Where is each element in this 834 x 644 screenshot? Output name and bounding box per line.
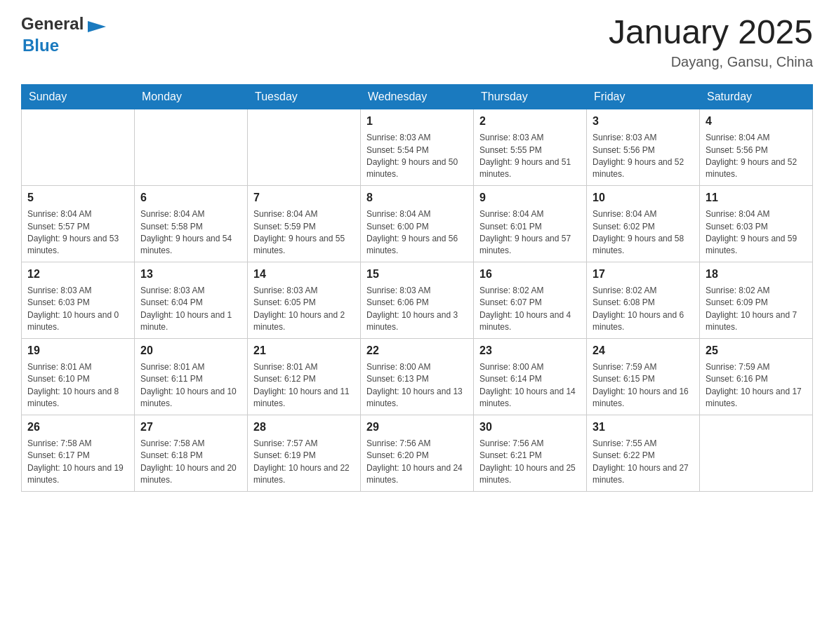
day-info: Sunrise: 8:03 AM Sunset: 6:06 PM Dayligh… bbox=[366, 285, 468, 334]
day-number: 22 bbox=[366, 343, 468, 358]
day-number: 2 bbox=[479, 114, 581, 129]
calendar-cell: 23Sunrise: 8:00 AM Sunset: 6:14 PM Dayli… bbox=[474, 338, 587, 415]
day-info: Sunrise: 8:02 AM Sunset: 6:08 PM Dayligh… bbox=[593, 285, 694, 334]
day-info: Sunrise: 7:56 AM Sunset: 6:20 PM Dayligh… bbox=[366, 438, 468, 487]
calendar-day-header: Friday bbox=[587, 84, 700, 109]
day-info: Sunrise: 8:04 AM Sunset: 6:00 PM Dayligh… bbox=[366, 208, 468, 257]
day-number: 3 bbox=[593, 114, 694, 129]
calendar-cell: 25Sunrise: 7:59 AM Sunset: 6:16 PM Dayli… bbox=[700, 338, 813, 415]
day-number: 4 bbox=[706, 114, 807, 129]
day-number: 1 bbox=[366, 114, 468, 129]
day-info: Sunrise: 7:58 AM Sunset: 6:17 PM Dayligh… bbox=[27, 438, 128, 487]
day-info: Sunrise: 8:04 AM Sunset: 5:58 PM Dayligh… bbox=[140, 208, 241, 257]
calendar-week-row: 5Sunrise: 8:04 AM Sunset: 5:57 PM Daylig… bbox=[22, 185, 813, 262]
day-number: 20 bbox=[140, 343, 241, 358]
day-info: Sunrise: 8:01 AM Sunset: 6:12 PM Dayligh… bbox=[253, 361, 355, 410]
day-info: Sunrise: 7:59 AM Sunset: 6:15 PM Dayligh… bbox=[593, 361, 694, 410]
day-info: Sunrise: 8:04 AM Sunset: 5:59 PM Dayligh… bbox=[253, 208, 355, 257]
calendar-cell: 14Sunrise: 8:03 AM Sunset: 6:05 PM Dayli… bbox=[248, 262, 361, 338]
day-number: 5 bbox=[27, 190, 128, 206]
calendar-cell bbox=[135, 109, 248, 185]
day-info: Sunrise: 8:03 AM Sunset: 6:04 PM Dayligh… bbox=[140, 285, 241, 334]
calendar-cell: 18Sunrise: 8:02 AM Sunset: 6:09 PM Dayli… bbox=[700, 262, 813, 338]
day-info: Sunrise: 8:03 AM Sunset: 5:55 PM Dayligh… bbox=[479, 132, 581, 181]
calendar-cell: 15Sunrise: 8:03 AM Sunset: 6:06 PM Dayli… bbox=[361, 262, 474, 338]
calendar-cell: 7Sunrise: 8:04 AM Sunset: 5:59 PM Daylig… bbox=[248, 185, 361, 262]
logo-icon bbox=[88, 18, 106, 36]
calendar-cell: 3Sunrise: 8:03 AM Sunset: 5:56 PM Daylig… bbox=[587, 109, 700, 185]
day-number: 18 bbox=[706, 267, 807, 282]
day-info: Sunrise: 8:00 AM Sunset: 6:13 PM Dayligh… bbox=[366, 361, 468, 410]
page-header: General Blue January 2025 Dayang, Gansu,… bbox=[21, 14, 813, 70]
day-info: Sunrise: 7:58 AM Sunset: 6:18 PM Dayligh… bbox=[140, 438, 241, 487]
calendar-week-row: 12Sunrise: 8:03 AM Sunset: 6:03 PM Dayli… bbox=[22, 262, 813, 338]
day-number: 23 bbox=[479, 343, 581, 358]
calendar-header-row: SundayMondayTuesdayWednesdayThursdayFrid… bbox=[22, 84, 813, 109]
day-number: 6 bbox=[140, 190, 241, 206]
calendar-cell: 16Sunrise: 8:02 AM Sunset: 6:07 PM Dayli… bbox=[474, 262, 587, 338]
calendar-day-header: Monday bbox=[135, 84, 248, 109]
day-number: 15 bbox=[366, 267, 468, 282]
calendar-cell: 8Sunrise: 8:04 AM Sunset: 6:00 PM Daylig… bbox=[361, 185, 474, 262]
day-number: 24 bbox=[593, 343, 694, 358]
calendar-cell: 31Sunrise: 7:55 AM Sunset: 6:22 PM Dayli… bbox=[587, 415, 700, 491]
day-number: 16 bbox=[479, 267, 581, 282]
day-info: Sunrise: 8:00 AM Sunset: 6:14 PM Dayligh… bbox=[479, 361, 581, 410]
calendar-cell: 19Sunrise: 8:01 AM Sunset: 6:10 PM Dayli… bbox=[22, 338, 135, 415]
calendar-cell: 21Sunrise: 8:01 AM Sunset: 6:12 PM Dayli… bbox=[248, 338, 361, 415]
calendar-cell: 20Sunrise: 8:01 AM Sunset: 6:11 PM Dayli… bbox=[135, 338, 248, 415]
calendar-day-header: Wednesday bbox=[361, 84, 474, 109]
calendar-cell: 28Sunrise: 7:57 AM Sunset: 6:19 PM Dayli… bbox=[248, 415, 361, 491]
calendar-cell bbox=[248, 109, 361, 185]
day-number: 13 bbox=[140, 267, 241, 282]
day-info: Sunrise: 8:01 AM Sunset: 6:10 PM Dayligh… bbox=[27, 361, 128, 410]
calendar-day-header: Tuesday bbox=[248, 84, 361, 109]
title-section: January 2025 Dayang, Gansu, China bbox=[609, 14, 813, 70]
day-info: Sunrise: 8:04 AM Sunset: 6:01 PM Dayligh… bbox=[479, 208, 581, 257]
calendar-cell: 24Sunrise: 7:59 AM Sunset: 6:15 PM Dayli… bbox=[587, 338, 700, 415]
calendar-cell: 26Sunrise: 7:58 AM Sunset: 6:17 PM Dayli… bbox=[22, 415, 135, 491]
calendar-cell: 12Sunrise: 8:03 AM Sunset: 6:03 PM Dayli… bbox=[22, 262, 135, 338]
day-number: 26 bbox=[27, 420, 128, 435]
calendar-week-row: 26Sunrise: 7:58 AM Sunset: 6:17 PM Dayli… bbox=[22, 415, 813, 491]
day-number: 30 bbox=[479, 420, 581, 435]
calendar-cell: 6Sunrise: 8:04 AM Sunset: 5:58 PM Daylig… bbox=[135, 185, 248, 262]
calendar-cell: 5Sunrise: 8:04 AM Sunset: 5:57 PM Daylig… bbox=[22, 185, 135, 262]
calendar-cell: 17Sunrise: 8:02 AM Sunset: 6:08 PM Dayli… bbox=[587, 262, 700, 338]
day-number: 31 bbox=[593, 420, 694, 435]
day-info: Sunrise: 8:02 AM Sunset: 6:07 PM Dayligh… bbox=[479, 285, 581, 334]
day-number: 11 bbox=[706, 190, 807, 206]
day-info: Sunrise: 8:03 AM Sunset: 5:54 PM Dayligh… bbox=[366, 132, 468, 181]
calendar-cell bbox=[700, 415, 813, 491]
day-number: 10 bbox=[593, 190, 694, 206]
logo-text: General Blue bbox=[21, 14, 107, 55]
day-info: Sunrise: 8:04 AM Sunset: 6:02 PM Dayligh… bbox=[593, 208, 694, 257]
day-number: 17 bbox=[593, 267, 694, 282]
day-info: Sunrise: 8:03 AM Sunset: 6:03 PM Dayligh… bbox=[27, 285, 128, 334]
location-title: Dayang, Gansu, China bbox=[609, 54, 813, 70]
calendar-cell: 10Sunrise: 8:04 AM Sunset: 6:02 PM Dayli… bbox=[587, 185, 700, 262]
calendar-cell: 11Sunrise: 8:04 AM Sunset: 6:03 PM Dayli… bbox=[700, 185, 813, 262]
day-info: Sunrise: 8:04 AM Sunset: 5:56 PM Dayligh… bbox=[706, 132, 807, 181]
day-info: Sunrise: 8:03 AM Sunset: 5:56 PM Dayligh… bbox=[593, 132, 694, 181]
calendar-day-header: Sunday bbox=[22, 84, 135, 109]
day-info: Sunrise: 7:57 AM Sunset: 6:19 PM Dayligh… bbox=[253, 438, 355, 487]
calendar-cell: 1Sunrise: 8:03 AM Sunset: 5:54 PM Daylig… bbox=[361, 109, 474, 185]
logo: General Blue bbox=[21, 14, 107, 55]
calendar-table: SundayMondayTuesdayWednesdayThursdayFrid… bbox=[21, 84, 813, 492]
day-info: Sunrise: 8:04 AM Sunset: 5:57 PM Dayligh… bbox=[27, 208, 128, 257]
calendar-cell: 4Sunrise: 8:04 AM Sunset: 5:56 PM Daylig… bbox=[700, 109, 813, 185]
logo-general: General bbox=[21, 14, 84, 33]
day-info: Sunrise: 7:56 AM Sunset: 6:21 PM Dayligh… bbox=[479, 438, 581, 487]
day-number: 8 bbox=[366, 190, 468, 206]
calendar-day-header: Thursday bbox=[474, 84, 587, 109]
day-number: 12 bbox=[27, 267, 128, 282]
day-info: Sunrise: 8:01 AM Sunset: 6:11 PM Dayligh… bbox=[140, 361, 241, 410]
logo-blue: Blue bbox=[22, 36, 59, 55]
svg-marker-0 bbox=[88, 21, 106, 32]
month-title: January 2025 bbox=[609, 14, 813, 51]
day-info: Sunrise: 7:59 AM Sunset: 6:16 PM Dayligh… bbox=[706, 361, 807, 410]
calendar-day-header: Saturday bbox=[700, 84, 813, 109]
day-number: 7 bbox=[253, 190, 355, 206]
day-number: 14 bbox=[253, 267, 355, 282]
